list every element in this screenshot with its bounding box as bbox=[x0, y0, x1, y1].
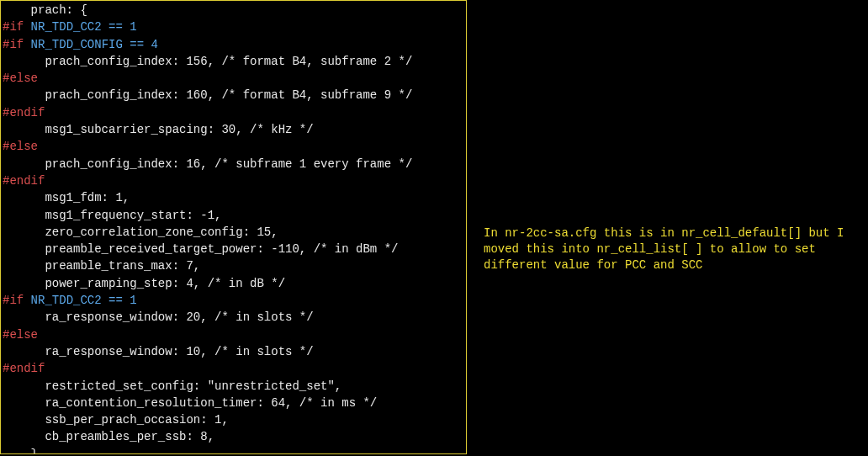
code-line: zero_correlation_zone_config: 15, bbox=[3, 224, 464, 241]
code-line: msg1_fdm: 1, bbox=[3, 189, 464, 206]
code-line-else: #else bbox=[3, 70, 464, 87]
code-line: ssb_per_prach_occasion: 1, bbox=[3, 411, 464, 428]
directive: #if bbox=[3, 38, 24, 51]
code-line: preamble_trans_max: 7, bbox=[3, 257, 464, 274]
code-line-endif: #endif bbox=[3, 360, 464, 377]
code-line-endif: #endif bbox=[3, 172, 464, 189]
code-line: cb_preambles_per_ssb: 8, bbox=[3, 428, 464, 445]
code-line: #if NR_TDD_CONFIG == 4 bbox=[3, 36, 464, 53]
condition: NR_TDD_CONFIG == 4 bbox=[24, 38, 158, 51]
code-line: power_ramping_step: 4, /* in dB */ bbox=[3, 275, 464, 292]
code-line: prach_config_index: 156, /* format B4, s… bbox=[3, 53, 464, 70]
code-line: msg1_frequency_start: -1, bbox=[3, 207, 464, 224]
code-line: prach_config_index: 160, /* format B4, s… bbox=[3, 87, 464, 103]
condition: NR_TDD_CC2 == 1 bbox=[24, 20, 136, 34]
code-line: ra_contention_resolution_timer: 64, /* i… bbox=[3, 395, 464, 411]
condition: NR_TDD_CC2 == 1 bbox=[24, 294, 136, 307]
directive: #if bbox=[3, 20, 24, 34]
code-line: prach_config_index: 16, /* subframe 1 ev… bbox=[3, 156, 464, 172]
code-line: #if NR_TDD_CC2 == 1 bbox=[3, 19, 464, 35]
code-panel: prach: { #if NR_TDD_CC2 == 1 #if NR_TDD_… bbox=[0, 0, 467, 454]
code-line: ra_response_window: 20, /* in slots */ bbox=[3, 309, 464, 326]
code-line: preamble_received_target_power: -110, /*… bbox=[3, 241, 464, 257]
code-line: ra_response_window: 10, /* in slots */ bbox=[3, 343, 464, 360]
code-line: prach: { bbox=[3, 2, 464, 19]
code-line: }, bbox=[3, 446, 464, 454]
code-line-else: #else bbox=[3, 326, 464, 343]
code-line-else: #else bbox=[3, 138, 464, 155]
annotation-text: In nr-2cc-sa.cfg this is in nr_cell_defa… bbox=[484, 225, 854, 456]
code-line: restricted_set_config: "unrestricted_set… bbox=[3, 378, 464, 395]
code-line: msg1_subcarrier_spacing: 30, /* kHz */ bbox=[3, 121, 464, 138]
directive: #if bbox=[3, 294, 24, 307]
code-line-endif: #endif bbox=[3, 104, 464, 121]
code-line: #if NR_TDD_CC2 == 1 bbox=[3, 292, 464, 309]
